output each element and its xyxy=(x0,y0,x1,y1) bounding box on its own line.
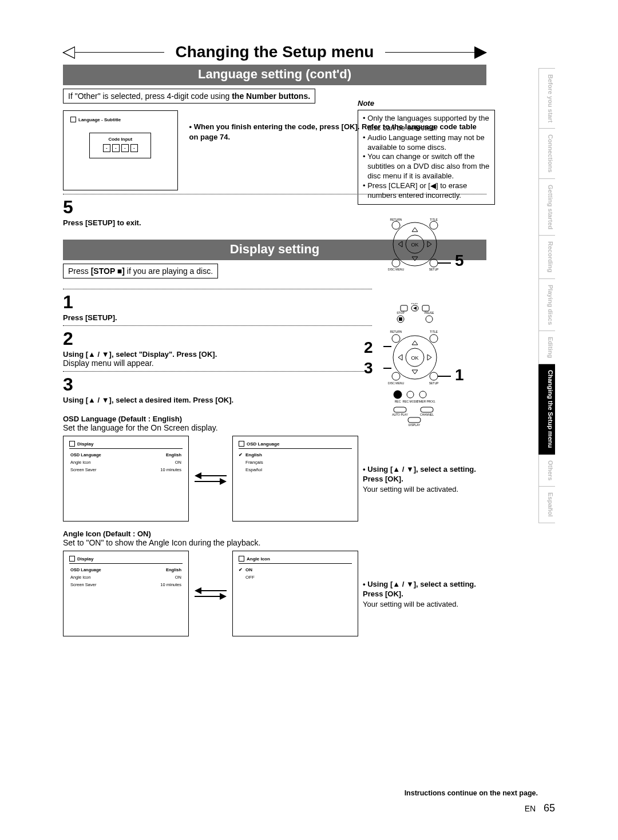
code-cell: - xyxy=(121,144,129,152)
page-title-banner: Changing the Setup menu xyxy=(63,43,486,61)
svg-rect-20 xyxy=(422,305,429,311)
square-icon xyxy=(239,441,244,447)
page-title: Changing the Setup menu xyxy=(164,43,386,61)
section-tabs: Before you start Connections Getting sta… xyxy=(538,68,555,523)
code-cells: - - - - xyxy=(94,144,146,152)
display-intro-suffix: if you are playing a disc. xyxy=(125,266,213,276)
square-icon xyxy=(69,441,75,447)
remote-callout-3: 3 xyxy=(364,359,373,377)
note-item: Press [CLEAR] or [◀] to erase numbers en… xyxy=(363,181,490,201)
tab-changing-setup-menu: Changing the Setup menu xyxy=(538,364,555,454)
display-menu-screen-osd: Display OSD LanguageEnglish Angle IconON… xyxy=(63,436,189,521)
svg-rect-49 xyxy=(421,407,433,412)
svg-point-43 xyxy=(407,391,414,398)
step-1-number: 1 xyxy=(63,293,555,311)
option-francais: Français xyxy=(239,459,352,466)
tab-playing-discs: Playing discs xyxy=(538,279,555,331)
separator xyxy=(63,289,372,289)
svg-marker-40 xyxy=(427,355,431,360)
double-arrow-icon xyxy=(193,586,228,601)
code-screen-header: Language - Subtitle xyxy=(70,117,171,122)
svg-text:CHANNEL: CHANNEL xyxy=(420,413,434,416)
separator xyxy=(63,371,372,372)
option-on: ON xyxy=(239,566,352,574)
svg-marker-58 xyxy=(220,478,227,485)
svg-text:STOP: STOP xyxy=(397,311,405,314)
angle-right-bold: • Using [▲ / ▼], select a setting. Press… xyxy=(363,579,477,599)
continue-next-page: Instructions continue on the next page. xyxy=(405,789,538,797)
svg-text:PAUSE: PAUSE xyxy=(425,311,434,314)
svg-text:OK: OK xyxy=(411,355,418,361)
svg-point-9 xyxy=(430,259,438,267)
svg-text:DISC MENU: DISC MENU xyxy=(388,381,404,385)
angle-screens-row: Display OSD LanguageEnglish Angle IconON… xyxy=(63,551,555,636)
svg-point-41 xyxy=(394,391,402,399)
svg-marker-38 xyxy=(412,370,418,374)
angle-icon-heading: Angle Icon (Default : ON) xyxy=(63,530,555,538)
table-row: OSD LanguageEnglish xyxy=(69,566,183,574)
remote-callout-1: 1 xyxy=(455,366,464,384)
svg-text:AUTO PLAY: AUTO PLAY xyxy=(392,413,408,416)
note-box: Only the languages supported by the disc… xyxy=(358,110,495,205)
svg-marker-12 xyxy=(412,257,418,261)
table-row: Screen Saver10 minutes xyxy=(69,466,183,473)
tab-editing: Editing xyxy=(538,331,555,364)
page: Before you start Connections Getting sta… xyxy=(0,0,618,840)
svg-marker-18 xyxy=(413,306,417,310)
code-input-label: Code Input xyxy=(94,137,146,142)
code-input-box: Code Input - - - - xyxy=(89,133,151,158)
option-off: OFF xyxy=(239,574,352,581)
code-cell: - xyxy=(103,144,110,152)
osd-language-heading: OSD Language (Default : English) xyxy=(63,415,555,423)
angle-icon-options-screen: Angle Icon ON OFF xyxy=(232,551,358,636)
step-2-number: 2 xyxy=(63,329,555,348)
svg-marker-56 xyxy=(195,472,201,479)
step-1-text: Press [SETUP]. xyxy=(63,313,555,322)
step-2-text: Using [▲ / ▼], select "Display". Press [… xyxy=(63,350,555,359)
note-item: You can change or switch off the subtitl… xyxy=(363,152,490,181)
svg-point-33 xyxy=(392,372,400,380)
option-espanol: Español xyxy=(239,466,352,473)
code-cell: - xyxy=(112,144,120,152)
svg-rect-16 xyxy=(401,305,407,311)
osd-lang-header: OSD Language xyxy=(247,441,279,447)
svg-text:TIMER PROG.: TIMER PROG. xyxy=(417,400,435,403)
svg-marker-14 xyxy=(427,241,431,247)
display-intro-box: Press [STOP ■] if you are playing a disc… xyxy=(63,264,218,278)
footer-page-number: 65 xyxy=(544,802,555,814)
svg-rect-22 xyxy=(399,317,402,321)
tab-getting-started: Getting started xyxy=(538,179,555,236)
display-menu-table-2: OSD LanguageEnglish Angle IconON Screen … xyxy=(69,566,183,588)
note-title: Note xyxy=(358,99,495,109)
osd-right-bold: • Using [▲ / ▼], select a setting. Press… xyxy=(363,464,477,484)
option-english: English xyxy=(239,451,352,459)
note-column: Note Only the languages supported by the… xyxy=(358,99,495,205)
svg-text:DISC MENU: DISC MENU xyxy=(388,268,404,271)
language-intro-bold: the Number buttons. xyxy=(232,91,310,101)
tab-before-you-start: Before you start xyxy=(538,68,555,129)
osd-language-options-screen: OSD Language English Français Español xyxy=(232,436,358,521)
svg-text:SETUP: SETUP xyxy=(429,268,439,271)
svg-rect-47 xyxy=(394,407,406,412)
osd-language-body: Set the language for the On Screen displ… xyxy=(63,423,555,432)
tab-others: Others xyxy=(538,455,555,487)
display-menu-header: Display xyxy=(77,441,93,447)
svg-text:TITLE: TITLE xyxy=(430,330,438,333)
display-intro-bold: [STOP ■] xyxy=(91,266,125,276)
note-item: Only the languages supported by the disc… xyxy=(363,114,490,133)
tab-recording: Recording xyxy=(538,236,555,278)
angle-menu-header: Angle Icon xyxy=(247,556,270,562)
table-row: Angle IconON xyxy=(69,574,183,581)
remote-callout-5: 5 xyxy=(455,252,464,270)
square-icon xyxy=(239,556,244,562)
svg-marker-11 xyxy=(412,228,418,232)
separator xyxy=(63,325,372,326)
osd-right-instruction: • Using [▲ / ▼], select a setting. Press… xyxy=(363,464,477,495)
display-menu-table: OSD LanguageEnglish Angle IconON Screen … xyxy=(69,451,183,473)
remote-diagram-main: PLAY STOP PAUSE OK RETURN TITLE DISC MEN… xyxy=(383,303,455,426)
tab-connections: Connections xyxy=(538,129,555,179)
tab-espanol: Español xyxy=(538,487,555,523)
svg-point-29 xyxy=(392,335,400,343)
svg-text:DISPLAY: DISPLAY xyxy=(409,423,421,426)
step-5-text: Press [SETUP] to exit. xyxy=(63,218,555,227)
